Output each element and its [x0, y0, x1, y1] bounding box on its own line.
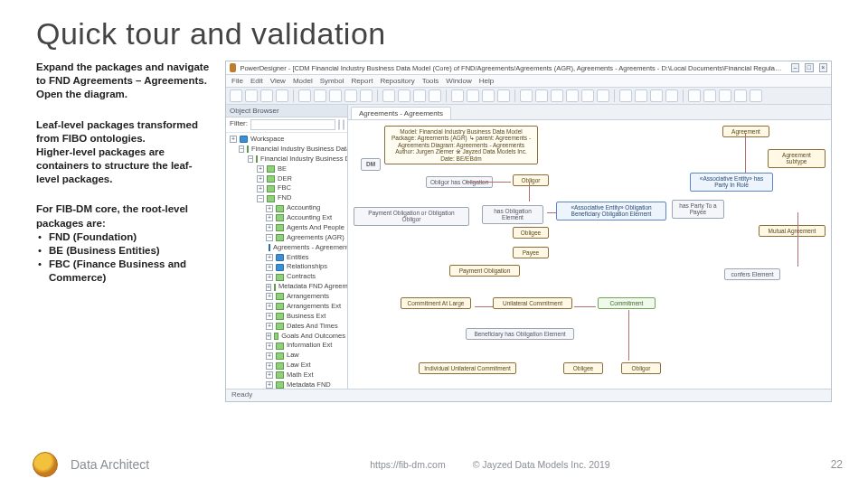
toolbar-button[interactable] [719, 89, 731, 102]
menu-view[interactable]: View [270, 77, 286, 85]
tree-item[interactable]: +Goals And Outcomes [226, 332, 347, 342]
tree-item[interactable]: +Accounting Ext [226, 213, 347, 223]
entity-unilateral-commitment[interactable]: Unilateral Commitment [493, 297, 572, 309]
tree-item[interactable]: +DER [226, 174, 347, 184]
expand-toggle[interactable]: + [266, 313, 273, 320]
expand-toggle[interactable]: + [266, 274, 273, 281]
package-tree[interactable]: +Workspace−Financial Industry Business D… [226, 133, 347, 389]
tree-item[interactable]: +Workspace [226, 135, 347, 145]
toolbar-button[interactable] [482, 89, 495, 102]
expand-toggle[interactable]: + [266, 284, 271, 291]
expand-toggle[interactable]: + [266, 371, 273, 379]
menu-help[interactable]: Help [479, 77, 494, 85]
menu-window[interactable]: Window [446, 77, 471, 85]
toolbar-button[interactable] [260, 89, 273, 102]
toolbar-button[interactable] [344, 89, 357, 102]
entity-individual-unilateral[interactable]: Individual Unilateral Commitment [419, 362, 516, 374]
entity-obligee-b[interactable]: Obligee [563, 362, 603, 374]
toolbar-button[interactable] [398, 89, 410, 102]
tree-item[interactable]: −FND [226, 193, 347, 203]
expand-toggle[interactable]: + [257, 185, 264, 192]
entity-payment-obligation[interactable]: Payment Obligation [449, 265, 520, 277]
entity-commitment-at-large[interactable]: Commitment At Large [401, 297, 471, 309]
toolbar-button[interactable] [382, 89, 395, 102]
toolbar-button[interactable] [551, 89, 563, 102]
tree-item[interactable]: +Metadata FND [226, 380, 347, 389]
expand-toggle[interactable]: + [266, 381, 273, 389]
toolbar-button[interactable] [230, 89, 242, 102]
toolbar-button[interactable] [665, 89, 678, 102]
filter-toggle-button[interactable] [343, 119, 344, 130]
toolbar-button[interactable] [497, 89, 510, 102]
entity-payee[interactable]: Payee [513, 247, 549, 258]
tree-item[interactable]: +BE [226, 164, 347, 174]
toolbar-button[interactable] [734, 89, 747, 102]
tree-item[interactable]: +Accounting [226, 203, 347, 213]
menu-file[interactable]: File [231, 77, 243, 85]
tree-item[interactable]: +Law Ext [226, 361, 347, 371]
toolbar-button[interactable] [597, 89, 609, 102]
menu-edit[interactable]: Edit [250, 77, 263, 85]
entity-commitment[interactable]: Commitment [598, 297, 656, 309]
maximize-button[interactable]: □ [805, 63, 813, 72]
expand-toggle[interactable]: + [266, 224, 273, 231]
assoc-has-party-in-role[interactable]: «Associative Entity» has Party In Role [690, 173, 773, 192]
diagram-canvas[interactable]: Model: Financial Industry Business Data … [348, 120, 831, 389]
tree-item[interactable]: +Dates And Times [226, 322, 347, 332]
tree-item[interactable]: +Metadata FND Agreements [226, 282, 347, 292]
filter-input[interactable] [250, 119, 335, 130]
toolbar-button[interactable] [703, 89, 716, 102]
assoc-obligation-beneficiary[interactable]: «Associative Entity» Obligation Benefici… [556, 202, 666, 221]
toolbar-button[interactable] [360, 89, 373, 102]
toolbar-button[interactable] [276, 89, 288, 102]
tree-item[interactable]: +Arrangements Ext [226, 302, 347, 312]
expand-toggle[interactable]: + [266, 293, 273, 300]
entity-agreement[interactable]: Agreement [722, 126, 769, 137]
toolbar-button[interactable] [750, 89, 762, 102]
expand-toggle[interactable]: + [266, 205, 273, 212]
toolbar-button[interactable] [520, 89, 533, 102]
expand-toggle[interactable]: + [257, 175, 264, 183]
expand-toggle[interactable]: − [239, 145, 244, 153]
tree-item[interactable]: +FBC [226, 183, 347, 193]
toolbar-button[interactable] [535, 89, 548, 102]
tree-item[interactable]: +Entities [226, 253, 347, 263]
canvas-tab-agreements[interactable]: Agreements - Agreements [351, 107, 451, 119]
expand-toggle[interactable]: + [266, 333, 271, 340]
expand-toggle[interactable]: + [266, 254, 273, 261]
toolbar-button[interactable] [467, 89, 479, 102]
toolbar-button[interactable] [329, 89, 342, 102]
expand-toggle[interactable]: + [266, 362, 273, 370]
expand-toggle[interactable]: + [266, 303, 273, 310]
expand-toggle[interactable]: + [266, 214, 273, 221]
tree-item[interactable]: +Business Ext [226, 312, 347, 322]
expand-toggle[interactable]: + [266, 352, 273, 360]
tree-item[interactable]: +Information Ext [226, 341, 347, 351]
entity-obligor-b[interactable]: Obligor [621, 362, 661, 374]
expand-toggle[interactable]: + [266, 323, 273, 330]
entity-obligor[interactable]: Obligor [513, 174, 549, 186]
tree-item[interactable]: −Agreements (AGR) [226, 233, 347, 243]
entity-obligee[interactable]: Obligee [513, 227, 549, 239]
menu-tools[interactable]: Tools [422, 77, 439, 85]
toolbar-button[interactable] [314, 89, 326, 102]
toolbar-button[interactable] [688, 89, 701, 102]
expand-toggle[interactable]: + [266, 264, 273, 271]
menu-repository[interactable]: Repository [380, 77, 414, 85]
expand-toggle[interactable]: + [266, 343, 273, 350]
menu-model[interactable]: Model [293, 77, 313, 85]
tree-item[interactable]: +Agents And People [226, 223, 347, 233]
menu-symbol[interactable]: Symbol [320, 77, 344, 85]
toolbar-button[interactable] [451, 89, 464, 102]
tree-item[interactable]: +Math Ext [226, 371, 347, 380]
expand-toggle[interactable]: − [266, 234, 273, 241]
tree-item[interactable]: −Financial Industry Business Data Model … [226, 155, 347, 164]
toolbar-button[interactable] [650, 89, 663, 102]
tree-item[interactable]: +Law [226, 351, 347, 361]
toolbar-button[interactable] [298, 89, 311, 102]
close-button[interactable]: × [819, 63, 827, 72]
toolbar-button[interactable] [566, 89, 579, 102]
toolbar-button[interactable] [429, 89, 441, 102]
toolbar-button[interactable] [413, 89, 426, 102]
toolbar-button[interactable] [635, 89, 647, 102]
